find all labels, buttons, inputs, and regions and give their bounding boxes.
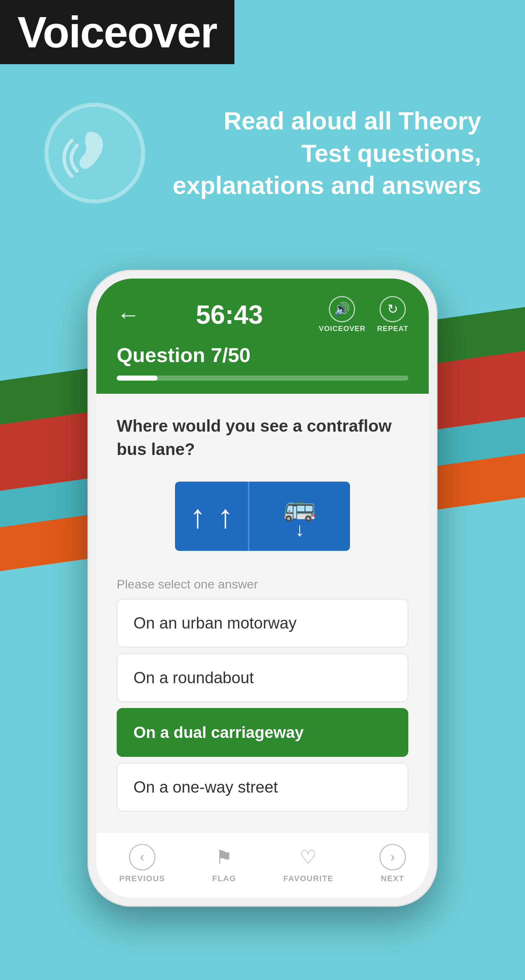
road-sign-container: ↑ ↑ 🚌 ↓ — [117, 482, 408, 551]
favourite-label: FAVOURITE — [283, 874, 334, 883]
nav-previous[interactable]: ‹ PREVIOUS — [119, 844, 165, 883]
timer: 56:43 — [196, 300, 263, 329]
arrow-up-2: ↑ — [217, 500, 234, 533]
phone-screen: ← 56:43 🔊 VOICEOVER ↻ REPEAT Question 7/… — [96, 278, 429, 898]
answer-option-1[interactable]: On an urban motorway — [117, 599, 408, 648]
flag-label: FLAG — [212, 874, 236, 883]
answers-label: Please select one answer — [117, 577, 408, 591]
next-icon: › — [380, 844, 406, 870]
heart-icon: ♡ — [295, 844, 321, 870]
bottom-nav: ‹ PREVIOUS ⚑ FLAG ♡ FAVOURITE › NEXT — [96, 832, 429, 898]
phone-shell: ← 56:43 🔊 VOICEOVER ↻ REPEAT Question 7/… — [88, 270, 438, 907]
question-text: Where would you see a contraflow bus lan… — [117, 414, 408, 461]
promo-section: Read aloud all Theory Test questions, ex… — [0, 102, 525, 204]
voiceover-button[interactable]: 🔊 VOICEOVER — [319, 296, 365, 333]
answer-option-2[interactable]: On a roundabout — [117, 653, 408, 702]
repeat-label: REPEAT — [377, 325, 408, 333]
app-header: ← 56:43 🔊 VOICEOVER ↻ REPEAT Question 7/… — [96, 278, 429, 394]
sign-bus: 🚌 ↓ — [248, 482, 350, 551]
header-top: ← 56:43 🔊 VOICEOVER ↻ REPEAT — [117, 296, 408, 333]
progress-fill — [117, 375, 158, 380]
previous-icon: ‹ — [129, 844, 155, 870]
banner-title: Voiceover — [18, 10, 217, 54]
nav-flag[interactable]: ⚑ FLAG — [211, 844, 237, 883]
answer-option-3[interactable]: On a dual carriageway — [117, 708, 408, 757]
arrow-up-1: ↑ — [189, 500, 206, 533]
question-title: Question 7/50 — [117, 343, 408, 367]
bus-icon: 🚌 — [283, 494, 316, 520]
answer-option-4[interactable]: On a one-way street — [117, 763, 408, 811]
header-icons: 🔊 VOICEOVER ↻ REPEAT — [319, 296, 408, 333]
arrow-down: ↓ — [295, 520, 304, 539]
back-button[interactable]: ← — [117, 301, 140, 328]
promo-text: Read aloud all Theory Test questions, ex… — [146, 105, 481, 201]
nav-next[interactable]: › NEXT — [380, 844, 406, 883]
voiceover-icon — [44, 102, 146, 204]
flag-icon: ⚑ — [211, 844, 237, 870]
voiceover-icon-circle: 🔊 — [329, 296, 355, 322]
repeat-icon-circle: ↻ — [380, 296, 406, 322]
nav-favourite[interactable]: ♡ FAVOURITE — [283, 844, 334, 883]
previous-label: PREVIOUS — [119, 874, 165, 883]
voiceover-label: VOICEOVER — [319, 325, 365, 333]
road-signs: ↑ ↑ 🚌 ↓ — [175, 482, 350, 551]
progress-bar — [117, 375, 408, 380]
content-area: Where would you see a contraflow bus lan… — [96, 394, 429, 832]
voiceover-banner: Voiceover — [0, 0, 234, 64]
repeat-button[interactable]: ↻ REPEAT — [377, 296, 408, 333]
sign-arrows-up: ↑ ↑ — [175, 482, 248, 551]
phone-container: ← 56:43 🔊 VOICEOVER ↻ REPEAT Question 7/… — [88, 270, 438, 907]
next-label: NEXT — [381, 874, 405, 883]
